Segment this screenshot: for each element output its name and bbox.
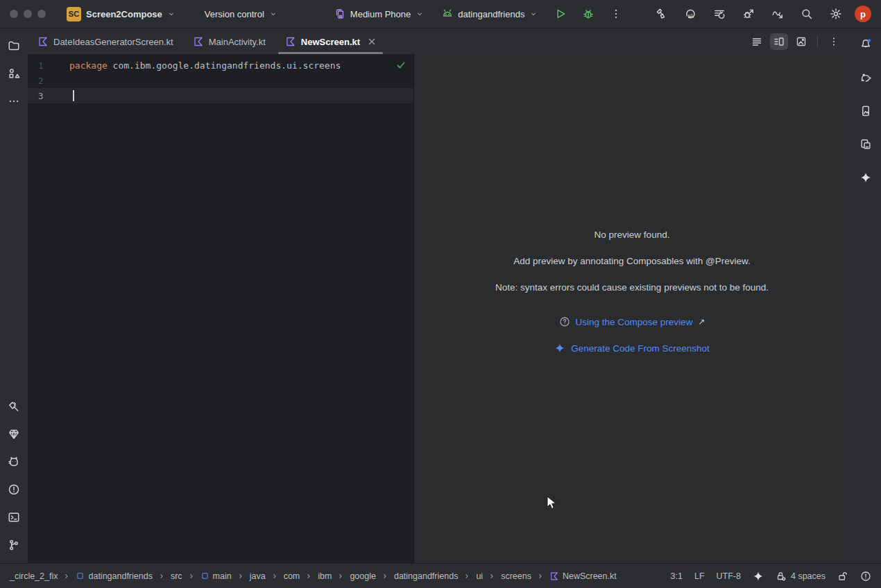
- device-manager-button[interactable]: [856, 135, 875, 154]
- code-view-button[interactable]: [748, 33, 766, 50]
- alert-circle-icon: [8, 483, 20, 496]
- code-line-3[interactable]: 3: [28, 88, 413, 103]
- terminal-tool-window-button[interactable]: [4, 508, 24, 527]
- gradle-tool-window-button[interactable]: [856, 68, 875, 87]
- breadcrumb-item[interactable]: datingandfriends: [76, 571, 152, 581]
- inspection-ok-icon[interactable]: [395, 60, 407, 71]
- run-button[interactable]: [550, 3, 571, 24]
- status-bar: _circle_2_fix datingandfriends src main …: [0, 563, 881, 588]
- indent-widget[interactable]: 4 spaces: [776, 571, 826, 582]
- gemini-status-widget[interactable]: [753, 571, 764, 582]
- structure-tool-window-button[interactable]: [4, 64, 24, 83]
- project-name: Screen2Compose: [86, 9, 162, 19]
- design-view-button[interactable]: [792, 33, 810, 50]
- encoding-widget[interactable]: UTF-8: [717, 571, 741, 581]
- profiler-button[interactable]: [767, 3, 788, 24]
- project-badge: SC: [67, 7, 81, 21]
- build-tool-window-button[interactable]: [4, 397, 24, 416]
- project-widget[interactable]: SC Screen2Compose: [61, 4, 181, 24]
- module-icon: [200, 571, 209, 580]
- android-studio-window: { "titlebar": { "project_badge": "SC", "…: [0, 0, 881, 588]
- settings-button[interactable]: [826, 3, 846, 24]
- breadcrumb-item[interactable]: google: [350, 571, 376, 581]
- editor-options-button[interactable]: [825, 33, 843, 50]
- code-line-2[interactable]: 2: [28, 73, 413, 88]
- code-editor[interactable]: 1 package com.ibm.google.datingandfriend…: [28, 54, 413, 563]
- chevron-down-icon: [529, 10, 538, 18]
- compose-preview-help-row: Using the Compose preview ↗: [559, 309, 705, 335]
- breadcrumb: _circle_2_fix datingandfriends src main …: [10, 571, 617, 581]
- window-controls[interactable]: [10, 10, 46, 18]
- search-everywhere-button[interactable]: [796, 3, 817, 24]
- folder-icon: [8, 40, 20, 52]
- unlock-icon: [837, 571, 848, 582]
- more-run-options-button[interactable]: [606, 3, 626, 24]
- breadcrumb-item[interactable]: _circle_2_fix: [10, 571, 58, 581]
- add-preview-hint: Add preview by annotating Composables wi…: [513, 256, 751, 282]
- line-ending-widget[interactable]: LF: [694, 571, 705, 581]
- device-selector[interactable]: Medium Phone: [329, 6, 429, 22]
- app-quality-insights-button[interactable]: [4, 424, 24, 444]
- problems-tool-window-button[interactable]: [4, 480, 24, 499]
- tab-dateideasgeneratorscreen[interactable]: DateIdeasGeneratorScreen.kt: [28, 29, 183, 54]
- terminal-icon: [8, 511, 20, 524]
- breadcrumb-item-file[interactable]: NewScreen.kt: [549, 571, 617, 581]
- title-bar: SC Screen2Compose Version control Medium…: [0, 0, 881, 28]
- git-branch-icon: [8, 539, 20, 551]
- chevron-down-icon: [167, 10, 176, 18]
- close-tab-icon[interactable]: [368, 37, 376, 46]
- version-control-widget[interactable]: Version control: [199, 6, 283, 22]
- phone-image-icon: [859, 105, 872, 117]
- generate-code-from-screenshot-link[interactable]: Generate Code From Screenshot: [571, 343, 710, 354]
- apply-changes-restart-button[interactable]: A: [680, 3, 701, 24]
- bug-arrow-icon: [742, 8, 755, 20]
- readonly-toggle-widget[interactable]: [837, 571, 848, 582]
- tab-mainactivity[interactable]: MainActivity.kt: [183, 29, 275, 54]
- split-view-button[interactable]: [770, 33, 788, 50]
- breadcrumb-item[interactable]: ibm: [318, 571, 332, 581]
- breadcrumb-item[interactable]: datingandfriends: [394, 571, 458, 581]
- minimize-window-button[interactable]: [24, 10, 32, 18]
- compose-preview-help-link[interactable]: Using the Compose preview: [576, 317, 693, 327]
- lock-settings-icon: [776, 571, 787, 582]
- zoom-window-button[interactable]: [37, 10, 46, 18]
- chevron-right-icon: [336, 572, 345, 580]
- notifications-button[interactable]: [856, 35, 875, 54]
- devices-icon: [859, 138, 872, 150]
- device-selector-label: Medium Phone: [350, 9, 411, 19]
- attach-debugger-button[interactable]: [738, 3, 759, 24]
- code-line-1[interactable]: 1 package com.ibm.google.datingandfriend…: [28, 58, 413, 73]
- chevron-right-icon: [536, 572, 545, 580]
- run-configuration-selector[interactable]: datingandfriends: [436, 6, 543, 22]
- kebab-menu-icon: [610, 8, 622, 20]
- tab-newscreen[interactable]: NewScreen.kt: [275, 29, 386, 54]
- apply-code-changes-button[interactable]: [709, 3, 730, 24]
- user-avatar[interactable]: p: [855, 6, 871, 22]
- breadcrumb-item[interactable]: java: [250, 571, 266, 581]
- generate-code-row: Generate Code From Screenshot: [554, 335, 710, 361]
- split-view-icon: [773, 36, 785, 47]
- android-icon: [442, 8, 453, 19]
- gemini-tool-window-button[interactable]: [856, 168, 875, 187]
- breadcrumb-item[interactable]: src: [171, 571, 182, 581]
- breadcrumb-item[interactable]: com: [284, 571, 300, 581]
- breadcrumb-item[interactable]: screens: [501, 571, 531, 581]
- code-view-icon: [751, 36, 762, 47]
- alert-circle-icon: [860, 571, 871, 582]
- breadcrumb-item[interactable]: ui: [476, 571, 483, 581]
- text-caret: [73, 90, 74, 101]
- build-run-tests-button[interactable]: [651, 3, 672, 24]
- more-tool-windows-button[interactable]: [4, 92, 24, 111]
- running-devices-button[interactable]: [856, 101, 875, 121]
- debug-button[interactable]: [578, 3, 599, 24]
- logcat-tool-window-button[interactable]: [4, 452, 24, 472]
- kotlin-file-icon: [549, 571, 559, 581]
- line-number: 3: [28, 91, 69, 101]
- version-control-tool-window-button[interactable]: [4, 535, 24, 555]
- project-tool-window-button[interactable]: [4, 36, 24, 55]
- inspections-widget[interactable]: [860, 571, 871, 582]
- breadcrumb-item[interactable]: main: [200, 571, 232, 581]
- close-window-button[interactable]: [10, 10, 18, 18]
- bell-icon: [859, 38, 872, 51]
- cursor-position-widget[interactable]: 3:1: [671, 571, 683, 581]
